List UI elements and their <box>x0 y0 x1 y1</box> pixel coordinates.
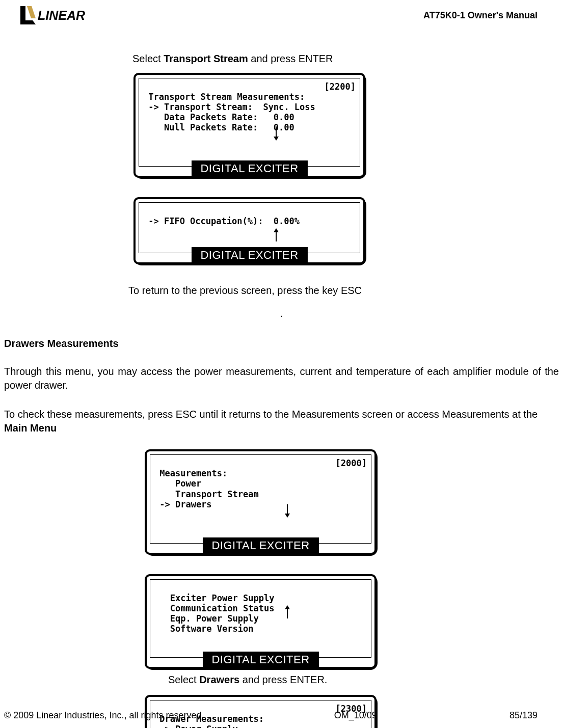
svg-marker-7 <box>285 605 290 609</box>
brand-logo-text: LINEAR <box>38 8 85 23</box>
arrow-down-icon <box>284 481 365 540</box>
page: LINEAR AT75K0-1 Owner's Manual Select Tr… <box>0 0 563 728</box>
instruction-select-transport: Select Transport Stream and press ENTER <box>132 53 563 65</box>
footer-version: OM_10/09 <box>334 710 377 721</box>
text-bold: Drawers <box>199 674 239 685</box>
text-period: . <box>0 308 563 319</box>
arrow-up-icon <box>284 583 365 642</box>
instruction-select-drawers: Select Drawers and press ENTER. <box>168 674 563 686</box>
brand-logo-icon <box>19 5 37 25</box>
page-header: LINEAR AT75K0-1 Owner's Manual <box>0 5 563 25</box>
section-heading-drawers: Drawers Measurements <box>4 338 563 349</box>
paragraph-check-measurements: To check these measurements, press ESC u… <box>4 408 559 435</box>
text: Select <box>132 53 164 64</box>
page-footer: © 2009 Linear Industries, Inc., all righ… <box>0 710 563 721</box>
text: Select <box>168 674 199 685</box>
lcd-badge: DIGITAL EXCITER <box>202 537 318 554</box>
text: and press ENTER <box>248 53 333 64</box>
text-bold: Main Menu <box>4 422 57 434</box>
lcd-panel-fifo: -> FIFO Occupation(%): 0.00% DIGITAL EXC… <box>135 198 366 265</box>
lcd-panel-transport-stream: Transport Stream Measurements: -> Transp… <box>135 74 366 179</box>
page-body: Select Transport Stream and press ENTER … <box>0 53 563 728</box>
lcd-badge: DIGITAL EXCITER <box>191 160 307 177</box>
lcd-code: [2000] <box>336 458 367 468</box>
brand-logo: LINEAR <box>19 5 85 25</box>
lcd-text: Measurements: Power Transport Stream -> … <box>154 468 259 509</box>
lcd-text: Exciter Power Supply Communication Statu… <box>154 593 274 634</box>
paragraph-drawers-intro: Through this menu, you may access the po… <box>4 365 559 392</box>
lcd-badge: DIGITAL EXCITER <box>191 247 307 264</box>
lcd-panel-exciter-list: Exciter Power Supply Communication Statu… <box>146 575 378 670</box>
svg-marker-3 <box>274 228 279 232</box>
footer-copyright: © 2009 Linear Industries, Inc., all righ… <box>4 710 201 721</box>
instruction-return-esc: To return to the previous screen, press … <box>128 285 563 296</box>
svg-marker-1 <box>274 137 279 141</box>
svg-marker-5 <box>285 514 290 518</box>
lcd-code: [2200] <box>325 82 356 92</box>
lcd-panel-measurements: Measurements: Power Transport Stream -> … <box>146 450 378 555</box>
document-title: AT75K0-1 Owner's Manual <box>423 10 538 21</box>
text: and press ENTER. <box>239 674 327 685</box>
text-bold: Transport Stream <box>164 53 248 64</box>
footer-page-number: 85/139 <box>510 710 538 721</box>
text: To check these measurements, press ESC u… <box>4 409 538 420</box>
lcd-badge: DIGITAL EXCITER <box>202 652 318 668</box>
arrow-down-icon <box>273 104 354 163</box>
